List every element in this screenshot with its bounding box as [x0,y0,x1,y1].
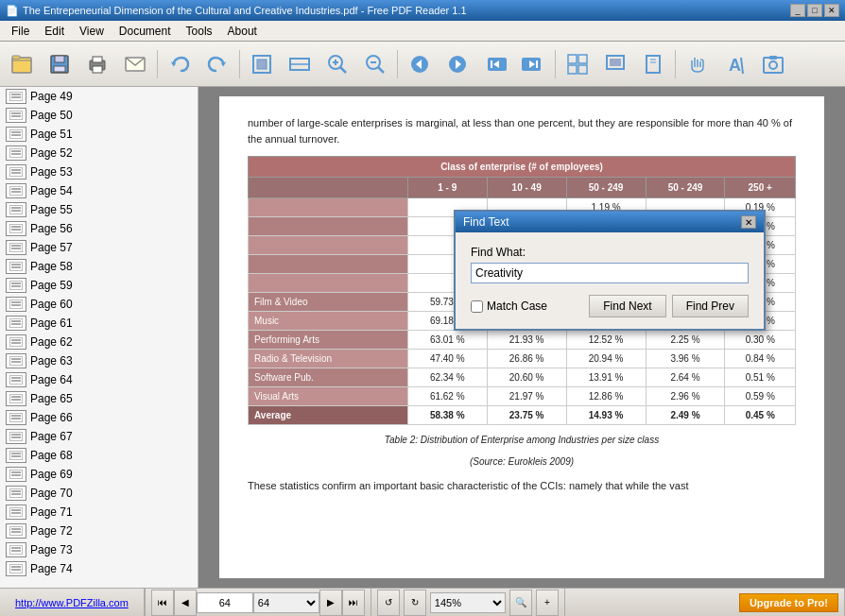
menu-about[interactable]: About [220,23,265,40]
menu-edit[interactable]: Edit [37,23,72,40]
sidebar-page-item[interactable]: Page 68 [0,446,198,465]
sidebar-page-item[interactable]: Page 50 [0,106,198,125]
snapshot-btn[interactable] [755,46,791,82]
sidebar-page-label: Page 51 [30,128,73,141]
sidebar-page-item[interactable]: Page 56 [0,219,198,238]
sidebar-page-item[interactable]: Page 60 [0,295,198,314]
sidebar-page-item[interactable]: Page 55 [0,200,198,219]
zoom-back-button[interactable]: ↺ [377,590,400,616]
sidebar-page-item[interactable]: Page 49 [0,87,198,106]
first-btn[interactable] [477,46,513,82]
last-page-button[interactable]: ⏭ [342,590,365,616]
minimize-button[interactable]: _ [790,4,805,17]
match-case-checkbox[interactable] [471,300,483,313]
sidebar-page-item[interactable]: Page 58 [0,257,198,276]
dialog-body: Find What: Match Case Find Next Find Pre… [456,232,764,329]
undo-button[interactable] [162,46,198,82]
sidebar-page-item[interactable]: Page 61 [0,314,198,333]
pdf-area[interactable]: number of large-scale enterprises is mar… [198,87,845,588]
svg-point-42 [769,61,777,69]
svg-rect-35 [610,59,621,66]
sidebar-page-label: Page 50 [30,109,73,122]
find-what-input[interactable] [471,263,749,283]
svg-rect-30 [568,55,577,63]
zoom-select[interactable]: 145% 100% 75% [430,592,506,613]
sidebar-page-item[interactable]: Page 70 [0,484,198,503]
thumbnail-btn[interactable] [560,46,595,82]
sidebar-page-item[interactable]: Page 74 [0,559,198,578]
svg-rect-1 [12,56,20,59]
close-button[interactable]: ✕ [824,4,839,17]
next-page-button[interactable]: ▶ [319,590,342,616]
find-next-button[interactable]: Find Next [589,295,665,317]
sidebar-page-label: Page 67 [30,430,73,443]
zoom-out-button[interactable] [357,46,393,82]
sidebar-page-item[interactable]: Page 72 [0,522,198,540]
zoom-forward-button[interactable]: ↻ [404,590,426,616]
sidebar-page-item[interactable]: Page 65 [0,389,198,408]
first-page-button[interactable]: ⏮ [151,590,174,616]
sidebar-page-item[interactable]: Page 67 [0,427,198,446]
svg-rect-43 [769,56,777,60]
sidebar-page-item[interactable]: Page 59 [0,276,198,295]
sidebar-page-item[interactable]: Page 52 [0,144,198,163]
sidebar-page-label: Page 61 [30,317,73,330]
prev-page-button[interactable]: ◀ [174,590,197,616]
upgrade-button[interactable]: Upgrade to Pro! [739,593,838,612]
sidebar-page-item[interactable]: Page 53 [0,163,198,181]
sidebar-page-item[interactable]: Page 71 [0,503,198,522]
sidebar-page-label: Page 52 [30,146,73,160]
text-select-btn[interactable]: A [717,46,753,82]
zoom-search-button[interactable]: 🔍 [509,590,532,616]
sidebar-page-item[interactable]: Page 62 [0,333,198,351]
dialog-controls-row: Match Case Find Next Find Prev [471,295,749,317]
sidebar-page-item[interactable]: Page 64 [0,370,198,389]
zoom-in-button[interactable] [319,46,355,82]
find-what-field: Find What: [471,246,749,283]
upgrade-section: Upgrade to Pro! [733,589,845,616]
menu-file[interactable]: File [4,23,37,40]
sidebar-page-item[interactable]: Page 73 [0,540,198,559]
last-btn[interactable] [515,46,551,82]
menu-view[interactable]: View [72,23,112,40]
sidebar-page-item[interactable]: Page 54 [0,181,198,200]
sidebar-page-item[interactable]: Page 51 [0,125,198,144]
status-link-section: http://www.PDFZilla.com [0,589,145,616]
svg-rect-6 [93,57,102,62]
sidebar-page-label: Page 63 [30,354,73,368]
dialog-close-button[interactable]: ✕ [741,215,756,229]
fit-page-button[interactable] [244,46,280,82]
save-button[interactable] [42,46,78,82]
svg-rect-32 [568,65,577,74]
pdf-zilla-link[interactable]: http://www.PDFZilla.com [6,597,138,608]
page-number-input[interactable] [197,592,253,613]
maximize-button[interactable]: □ [807,4,822,17]
svg-text:A: A [729,56,741,75]
hand-btn[interactable] [680,46,716,82]
window-title: The Entrepeneurial Dimension of the Cult… [23,5,467,16]
email-button[interactable] [117,46,153,82]
fit-width-button[interactable] [282,46,318,82]
page-dropdown[interactable]: 64 [253,592,319,613]
sidebar-page-label: Page 68 [30,449,73,462]
zoom-plus-button[interactable]: + [536,590,559,616]
next-btn[interactable] [440,46,475,82]
open-button[interactable] [4,46,40,82]
fullscreen-btn[interactable] [597,46,633,82]
menu-tools[interactable]: Tools [179,23,220,40]
sidebar-page-item[interactable]: Page 69 [0,465,198,484]
print-button[interactable] [79,46,115,82]
redo-button[interactable] [199,46,235,82]
sidebar-page-item[interactable]: Page 66 [0,408,198,427]
prev-btn[interactable] [402,46,438,82]
sidebar-page-item[interactable]: Page 63 [0,351,198,370]
sidebar-page-label: Page 66 [30,411,73,424]
menu-document[interactable]: Document [112,23,179,40]
sidebar-page-item[interactable]: Page 57 [0,238,198,257]
sidebar: Page 49 Page 50 Page 51 Page 52 [0,87,198,588]
svg-line-18 [378,67,384,73]
find-prev-button[interactable]: Find Prev [672,295,749,317]
window-controls[interactable]: _ □ ✕ [790,4,839,17]
rotate-btn[interactable] [635,46,671,82]
svg-rect-3 [55,56,64,62]
